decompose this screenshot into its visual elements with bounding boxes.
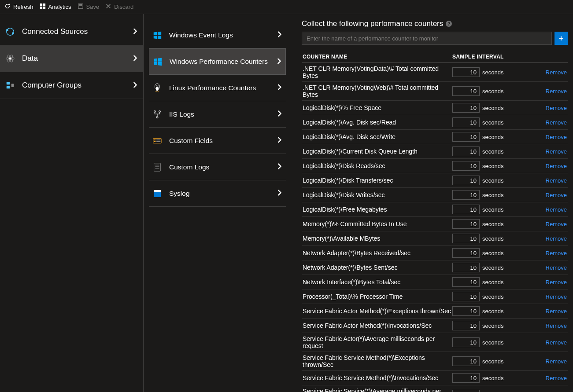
help-icon[interactable]: ? <box>446 21 452 27</box>
svg-rect-14 <box>7 86 10 89</box>
interval-input[interactable] <box>452 337 480 347</box>
nav-label: Data <box>22 54 126 63</box>
remove-link[interactable]: Remove <box>546 221 567 227</box>
remove-link[interactable]: Remove <box>546 375 567 381</box>
counter-row: LogicalDisk(*)\Current Disk Queue Length… <box>302 144 568 159</box>
interval-input[interactable] <box>452 86 480 96</box>
subnav-item-windows-event-logs[interactable]: Windows Event Logs <box>149 22 286 48</box>
subnav-item-iis-logs[interactable]: IIS Logs <box>149 101 286 128</box>
refresh-button[interactable]: Refresh <box>4 3 33 11</box>
svg-point-18 <box>156 85 157 86</box>
remove-link[interactable]: Remove <box>546 293 567 300</box>
svg-rect-26 <box>156 139 160 140</box>
interval-unit: seconds <box>482 221 503 227</box>
remove-link[interactable]: Remove <box>546 279 567 286</box>
counter-name: Service Fabric Service Method(*)\Invocat… <box>303 374 452 381</box>
counter-interval: seconds <box>452 306 527 316</box>
nav-item-connected-sources[interactable]: Connected Sources <box>0 18 143 45</box>
counter-row: LogicalDisk(*)\Free Megabytes seconds Re… <box>302 202 568 217</box>
header-sample-interval: SAMPLE INTERVAL <box>452 54 527 60</box>
interval-input[interactable] <box>452 103 480 113</box>
subnav-item-windows-performance-counters[interactable]: Windows Performance Counters <box>149 48 286 75</box>
subnav-item-syslog[interactable]: Syslog <box>149 180 286 207</box>
svg-point-8 <box>12 33 14 34</box>
interval-input[interactable] <box>452 263 480 272</box>
remove-link[interactable]: Remove <box>546 134 567 140</box>
counter-name: Network Adapter(*)\Bytes Received/sec <box>303 249 452 256</box>
save-button[interactable]: Save <box>78 3 100 11</box>
remove-link[interactable]: Remove <box>546 235 567 242</box>
nav-item-computer-groups[interactable]: Computer Groups <box>0 72 143 99</box>
remove-link[interactable]: Remove <box>546 339 567 346</box>
remove-link[interactable]: Remove <box>546 88 567 95</box>
discard-button[interactable]: Discard <box>105 3 133 11</box>
remove-link[interactable]: Remove <box>546 322 567 329</box>
interval-input[interactable] <box>452 356 480 366</box>
interval-input[interactable] <box>452 147 480 156</box>
chevron-right-icon <box>277 163 281 171</box>
analytics-button[interactable]: Analytics <box>40 3 71 11</box>
remove-link[interactable]: Remove <box>546 308 567 315</box>
subnav-item-linux-performance-counters[interactable]: Linux Performance Counters <box>149 75 286 101</box>
interval-input[interactable] <box>452 117 480 127</box>
svg-rect-25 <box>154 141 156 142</box>
svg-rect-27 <box>156 141 160 142</box>
secondary-nav: Windows Event Logs Windows Performance C… <box>144 14 291 392</box>
remove-link[interactable]: Remove <box>546 250 567 256</box>
remove-link[interactable]: Remove <box>546 69 567 76</box>
interval-input[interactable] <box>452 176 480 185</box>
counter-row: .NET CLR Memory(VotingWeb)\# Total commi… <box>302 82 568 101</box>
subnav-item-custom-fields[interactable]: Custom Fields <box>149 128 286 154</box>
interval-input[interactable] <box>452 390 480 392</box>
remove-link[interactable]: Remove <box>546 119 567 126</box>
nav-item-data[interactable]: Data <box>0 45 143 72</box>
remove-link[interactable]: Remove <box>546 163 567 169</box>
interval-input[interactable] <box>452 205 480 214</box>
remove-link[interactable]: Remove <box>546 192 567 198</box>
chevron-right-icon <box>277 110 281 118</box>
counter-row: .NET CLR Memory(VotingData)\# Total comm… <box>302 63 568 82</box>
interval-unit: seconds <box>482 235 503 242</box>
chevron-right-icon <box>277 137 281 144</box>
interval-input[interactable] <box>452 248 480 258</box>
subnav-item-custom-logs[interactable]: Custom Logs <box>149 154 286 180</box>
interval-input[interactable] <box>452 161 480 171</box>
interval-input[interactable] <box>452 292 480 301</box>
remove-link[interactable]: Remove <box>546 105 567 111</box>
counter-interval: seconds <box>452 356 527 366</box>
interval-input[interactable] <box>452 234 480 243</box>
remove-link[interactable]: Remove <box>546 206 567 213</box>
interval-input[interactable] <box>452 277 480 287</box>
interval-unit: seconds <box>482 163 503 169</box>
counter-name-input[interactable] <box>302 32 552 45</box>
interval-unit: seconds <box>482 69 503 76</box>
interval-unit: seconds <box>482 250 503 256</box>
chevron-right-icon <box>133 28 137 36</box>
counter-name: Service Fabric Service Method(*)\Excepti… <box>303 354 452 368</box>
counter-name: LogicalDisk(*)\Avg. Disk sec/Read <box>303 119 452 126</box>
svg-rect-28 <box>154 163 161 171</box>
interval-input[interactable] <box>452 321 480 330</box>
chevron-right-icon <box>133 55 137 62</box>
counter-row: Memory(*)\% Committed Bytes In Use secon… <box>302 217 568 231</box>
counter-row: LogicalDisk(*)\Disk Writes/sec seconds R… <box>302 188 568 202</box>
interval-unit: seconds <box>482 88 503 95</box>
panel-title: Collect the following performance counte… <box>302 19 568 28</box>
remove-link[interactable]: Remove <box>546 264 567 271</box>
interval-input[interactable] <box>452 219 480 229</box>
nav-icon <box>4 81 16 90</box>
remove-link[interactable]: Remove <box>546 177 567 184</box>
interval-input[interactable] <box>452 190 480 200</box>
interval-input[interactable] <box>452 67 480 77</box>
counter-interval: seconds <box>452 263 527 272</box>
remove-link[interactable]: Remove <box>546 148 567 155</box>
remove-link[interactable]: Remove <box>546 358 567 365</box>
interval-input[interactable] <box>452 306 480 316</box>
add-counter-button[interactable]: + <box>555 32 568 45</box>
svg-rect-2 <box>40 7 42 9</box>
interval-input[interactable] <box>452 132 480 142</box>
interval-input[interactable] <box>452 373 480 383</box>
interval-unit: seconds <box>482 177 503 184</box>
interval-unit: seconds <box>482 148 503 155</box>
windows-icon <box>152 57 163 66</box>
